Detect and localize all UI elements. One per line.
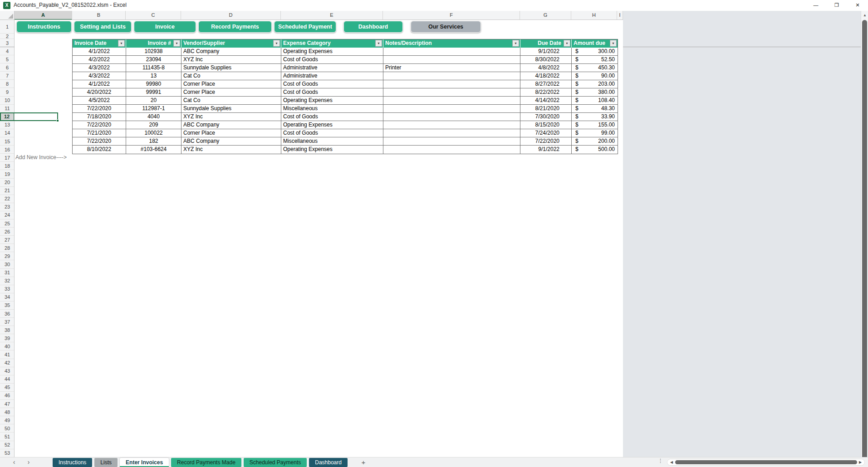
tab-splitter-icon[interactable]: ⋮	[658, 459, 663, 462]
nav-button-invoice[interactable]: Invoice	[134, 21, 196, 33]
cell-category[interactable]: Operating Expenses	[281, 97, 383, 105]
row-header-38[interactable]: 38	[0, 326, 15, 334]
cell-invoice-no[interactable]: 13	[126, 72, 181, 80]
cell-notes[interactable]	[383, 72, 520, 80]
fill-handle[interactable]	[56, 119, 59, 122]
vertical-scrollbar-thumb[interactable]	[862, 20, 867, 463]
sheet-tab-dashboard[interactable]: Dashboard	[309, 458, 348, 467]
row-header-2[interactable]: 2	[0, 34, 15, 39]
cell-amount-due[interactable]: $300.00	[572, 48, 618, 56]
cell-due-date[interactable]: 8/27/2022	[520, 80, 572, 88]
cell-due-date[interactable]: 4/18/2022	[520, 72, 572, 80]
worksheet-area[interactable]: InstructionsSetting and ListsInvoiceReco…	[15, 20, 623, 457]
row-header-41[interactable]: 41	[0, 350, 15, 359]
cell-vendor[interactable]: XYZ Inc	[181, 146, 281, 154]
cell-notes[interactable]	[383, 48, 520, 56]
cell-invoice-date[interactable]: 4/1/2022	[73, 48, 126, 56]
row-header-45[interactable]: 45	[0, 384, 15, 392]
row-header-52[interactable]: 52	[0, 441, 15, 449]
cell-vendor[interactable]: Sunnydale Supplies	[181, 64, 281, 72]
cell-amount-due[interactable]: $48.30	[572, 105, 618, 113]
cell-vendor[interactable]: Cat Co	[181, 97, 281, 105]
filter-dropdown-icon[interactable]: ▼	[118, 40, 125, 47]
cell-notes[interactable]	[383, 56, 520, 64]
cell-amount-due[interactable]: $203.00	[572, 80, 618, 88]
filter-dropdown-icon[interactable]: ▼	[375, 40, 382, 47]
cell-notes[interactable]	[383, 121, 520, 129]
vertical-scrollbar[interactable]: ▲	[861, 11, 868, 457]
sheet-tab-scheduled-payments[interactable]: Scheduled Payments	[244, 458, 307, 467]
row-header-17[interactable]: 17	[0, 154, 15, 162]
sheet-tab-instructions[interactable]: Instructions	[53, 458, 92, 467]
cell-amount-due[interactable]: $200.00	[572, 137, 618, 146]
column-header-e[interactable]: E	[281, 11, 383, 20]
nav-button-setting-and-lists[interactable]: Setting and Lists	[74, 21, 132, 33]
row-header-31[interactable]: 31	[0, 269, 15, 277]
cell-vendor[interactable]: Corner Place	[181, 129, 281, 137]
column-header-f[interactable]: F	[383, 11, 520, 20]
cell-invoice-no[interactable]: #103-6624	[126, 146, 181, 154]
cell-invoice-date[interactable]: 4/1/2022	[73, 80, 126, 88]
cell-amount-due[interactable]: $90.00	[572, 72, 618, 80]
minimize-icon[interactable]: —	[805, 0, 826, 11]
row-header-13[interactable]: 13	[0, 121, 15, 129]
row-header-32[interactable]: 32	[0, 277, 15, 285]
row-header-9[interactable]: 9	[0, 88, 15, 96]
cell-invoice-date[interactable]: 7/22/2020	[73, 137, 126, 146]
cell-notes[interactable]	[383, 146, 520, 154]
cell-invoice-no[interactable]: 111435-8	[126, 64, 181, 72]
row-header-36[interactable]: 36	[0, 310, 15, 318]
cell-category[interactable]: Miscellaneous	[281, 105, 383, 113]
cell-invoice-no[interactable]: 20	[126, 97, 181, 105]
cell-invoice-date[interactable]: 7/22/2020	[73, 121, 126, 129]
row-header-39[interactable]: 39	[0, 334, 15, 342]
filter-dropdown-icon[interactable]: ▼	[273, 40, 280, 47]
filter-dropdown-icon[interactable]: ▼	[512, 40, 519, 47]
row-header-35[interactable]: 35	[0, 302, 15, 310]
row-header-53[interactable]: 53	[0, 449, 15, 457]
cell-category[interactable]: Cost of Goods	[281, 113, 383, 121]
cell-vendor[interactable]: Corner Place	[181, 80, 281, 88]
cell-category[interactable]: Miscellaneous	[281, 137, 383, 146]
row-header-22[interactable]: 22	[0, 195, 15, 203]
cell-category[interactable]: Cost of Goods	[281, 80, 383, 88]
filter-dropdown-icon[interactable]: ▼	[173, 40, 180, 47]
cell-invoice-date[interactable]: 7/22/2020	[73, 105, 126, 113]
column-header-d[interactable]: D	[181, 11, 281, 20]
cell-due-date[interactable]: 4/14/2022	[520, 97, 572, 105]
cell-due-date[interactable]: 4/8/2022	[520, 64, 572, 72]
row-header-50[interactable]: 50	[0, 424, 15, 433]
cell-invoice-date[interactable]: 4/2/2022	[73, 56, 126, 64]
row-header-16[interactable]: 16	[0, 146, 15, 154]
cell-notes[interactable]	[383, 113, 520, 121]
cell-due-date[interactable]: 7/24/2020	[520, 129, 572, 137]
cell-amount-due[interactable]: $33.90	[572, 113, 618, 121]
cell-amount-due[interactable]: $52.50	[572, 56, 618, 64]
cell-vendor[interactable]: ABC Company	[181, 48, 281, 56]
cell-vendor[interactable]: XYZ Inc	[181, 56, 281, 64]
column-header-h[interactable]: H	[571, 11, 617, 20]
cell-invoice-no[interactable]: 99991	[126, 88, 181, 97]
cell-notes[interactable]: Printer	[383, 64, 520, 72]
cell-due-date[interactable]: 8/21/2020	[520, 105, 572, 113]
row-header-37[interactable]: 37	[0, 318, 15, 326]
cell-invoice-date[interactable]: 4/3/2022	[73, 72, 126, 80]
cell-category[interactable]: Operating Expenses	[281, 121, 383, 129]
cell-notes[interactable]	[383, 137, 520, 146]
row-header-10[interactable]: 10	[0, 97, 15, 105]
row-header-33[interactable]: 33	[0, 285, 15, 293]
cell-due-date[interactable]: 8/22/2022	[520, 88, 572, 97]
cell-vendor[interactable]: Sunnydale Supplies	[181, 105, 281, 113]
row-header-1[interactable]: 1	[0, 20, 15, 34]
column-header-i[interactable]: I	[617, 11, 623, 20]
cell-category[interactable]: Cost of Goods	[281, 129, 383, 137]
nav-button-instructions[interactable]: Instructions	[16, 21, 72, 33]
cell-vendor[interactable]: Cat Co	[181, 72, 281, 80]
row-header-25[interactable]: 25	[0, 219, 15, 228]
row-header-11[interactable]: 11	[0, 105, 15, 113]
scroll-left-icon[interactable]: ◀	[669, 460, 674, 465]
row-header-26[interactable]: 26	[0, 228, 15, 236]
cell-invoice-no[interactable]: 182	[126, 137, 181, 146]
row-header-44[interactable]: 44	[0, 375, 15, 384]
row-header-30[interactable]: 30	[0, 260, 15, 268]
